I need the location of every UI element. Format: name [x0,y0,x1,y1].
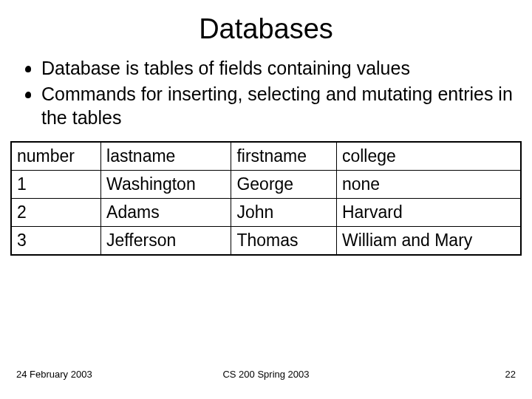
table-cell: William and Mary [336,226,521,255]
data-table: number lastname firstname college 1 Wash… [10,141,522,256]
footer-date: 24 February 2003 [16,369,92,380]
table-header: college [336,142,521,171]
table-cell: Jefferson [101,226,231,255]
table-cell: John [231,198,337,226]
table-row: 3 Jefferson Thomas William and Mary [11,226,521,255]
table-cell: Adams [101,198,231,226]
table-row: 2 Adams John Harvard [11,198,521,226]
footer-course: CS 200 Spring 2003 [222,369,309,380]
bullet-item: Commands for inserting, selecting and mu… [41,83,522,129]
table-header: firstname [231,142,337,171]
table-cell: Thomas [231,226,337,255]
slide-title: Databases [10,13,522,45]
table-row: 1 Washington George none [11,170,521,198]
table-cell: Harvard [336,198,521,226]
table-cell: 3 [11,226,101,255]
table-cell: 1 [11,170,101,198]
table-header-row: number lastname firstname college [11,142,521,171]
table-header: number [11,142,101,171]
table-cell: none [336,170,521,198]
table-header: lastname [101,142,231,171]
footer-page: 22 [505,369,516,380]
bullet-list: Database is tables of fields containing … [10,57,522,129]
table-cell: George [231,170,337,198]
bullet-item: Database is tables of fields containing … [41,57,522,80]
slide-footer: 24 February 2003 CS 200 Spring 2003 22 [0,369,532,380]
table-cell: 2 [11,198,101,226]
table-cell: Washington [101,170,231,198]
